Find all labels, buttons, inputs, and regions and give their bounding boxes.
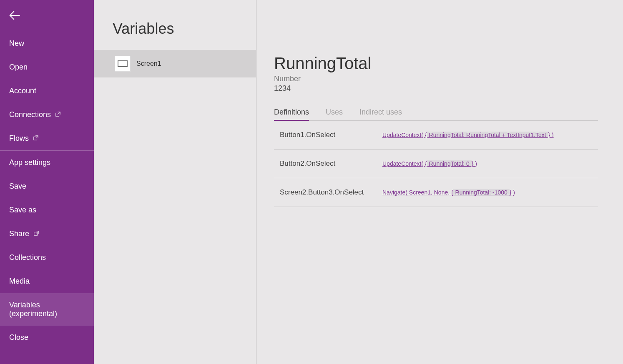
detail-tabs: DefinitionsUsesIndirect uses xyxy=(274,108,598,121)
sidebar-item-label: Collections xyxy=(9,253,46,262)
definition-source: Screen2.Button3.OnSelect xyxy=(280,188,382,197)
sidebar-item-label: Open xyxy=(9,63,28,72)
definition-row: Button1.OnSelectUpdateContext( { Running… xyxy=(274,121,598,150)
variable-value: 1234 xyxy=(274,84,598,93)
definition-formula-link[interactable]: UpdateContext( { RunningTotal: 0 } ) xyxy=(382,160,477,167)
panel-title: Variables xyxy=(94,20,256,50)
tab-uses[interactable]: Uses xyxy=(326,108,343,120)
definitions-list: Button1.OnSelectUpdateContext( { Running… xyxy=(274,121,598,207)
sidebar-item-app-settings[interactable]: App settings xyxy=(0,151,94,175)
sidebar-item-open[interactable]: Open xyxy=(0,55,94,79)
variable-name: RunningTotal xyxy=(274,54,598,73)
definition-row: Screen2.Button3.OnSelectNavigate( Screen… xyxy=(274,178,598,207)
formula-highlight: RunningTotal: RunningTotal + TextInput1.… xyxy=(427,132,548,138)
screens-list: Screen1 xyxy=(94,50,256,77)
sidebar-item-label: Share xyxy=(9,229,29,238)
sidebar-item-label: Connections xyxy=(9,110,51,119)
screens-panel: Variables Screen1 xyxy=(94,0,256,364)
formula-suffix: } ) xyxy=(510,189,515,196)
sidebar-item-share[interactable]: Share xyxy=(0,222,94,246)
definition-formula-link[interactable]: UpdateContext( { RunningTotal: RunningTo… xyxy=(382,132,554,138)
formula-highlight: RunningTotal: -1000 xyxy=(453,189,510,196)
sidebar-item-label: Variables (experimental) xyxy=(9,301,85,318)
sidebar-item-label: Close xyxy=(9,333,28,342)
sidebar-item-flows[interactable]: Flows xyxy=(0,127,94,150)
sidebar-item-label: Media xyxy=(9,277,30,286)
formula-prefix: UpdateContext( { xyxy=(382,132,427,138)
definition-row: Button2.OnSelectUpdateContext( { Running… xyxy=(274,150,598,178)
definition-source: Button2.OnSelect xyxy=(280,160,382,168)
sidebar-item-label: Save as xyxy=(9,206,36,214)
external-link-icon xyxy=(55,110,61,119)
sidebar-item-variables-experimental[interactable]: Variables (experimental) xyxy=(0,293,94,326)
back-button[interactable] xyxy=(0,0,94,32)
definition-source: Button1.OnSelect xyxy=(280,131,382,139)
sidebar-item-save[interactable]: Save xyxy=(0,175,94,198)
sidebar-item-new[interactable]: New xyxy=(0,32,94,55)
sidebar: NewOpenAccountConnectionsFlowsApp settin… xyxy=(0,0,94,364)
variable-detail: RunningTotal Number 1234 DefinitionsUses… xyxy=(256,0,623,364)
sidebar-item-save-as[interactable]: Save as xyxy=(0,198,94,222)
screen-row[interactable]: Screen1 xyxy=(94,50,256,77)
external-link-icon xyxy=(33,229,39,238)
tab-definitions[interactable]: Definitions xyxy=(274,108,309,121)
sidebar-item-media[interactable]: Media xyxy=(0,269,94,293)
sidebar-nav-list: NewOpenAccountConnectionsFlowsApp settin… xyxy=(0,32,94,349)
sidebar-item-collections[interactable]: Collections xyxy=(0,246,94,269)
sidebar-item-account[interactable]: Account xyxy=(0,79,94,103)
formula-suffix: } ) xyxy=(472,160,477,167)
variable-type: Number xyxy=(274,75,598,83)
formula-prefix: Navigate( Screen1, None, { xyxy=(382,189,453,196)
formula-suffix: } ) xyxy=(548,132,554,138)
screen-label: Screen1 xyxy=(136,60,161,67)
screen-icon xyxy=(115,56,131,72)
tab-indirect-uses[interactable]: Indirect uses xyxy=(359,108,402,120)
arrow-left-icon xyxy=(8,16,21,23)
sidebar-item-label: Account xyxy=(9,87,36,95)
formula-prefix: UpdateContext( { xyxy=(382,160,427,167)
sidebar-item-label: Save xyxy=(9,182,26,191)
external-link-icon xyxy=(33,134,39,143)
formula-highlight: RunningTotal: 0 xyxy=(427,160,472,167)
sidebar-item-label: New xyxy=(9,39,24,48)
sidebar-item-connections[interactable]: Connections xyxy=(0,103,94,127)
sidebar-item-close[interactable]: Close xyxy=(0,326,94,349)
definition-formula-link[interactable]: Navigate( Screen1, None, { RunningTotal:… xyxy=(382,189,515,196)
sidebar-item-label: App settings xyxy=(9,158,50,167)
sidebar-item-label: Flows xyxy=(9,134,29,143)
